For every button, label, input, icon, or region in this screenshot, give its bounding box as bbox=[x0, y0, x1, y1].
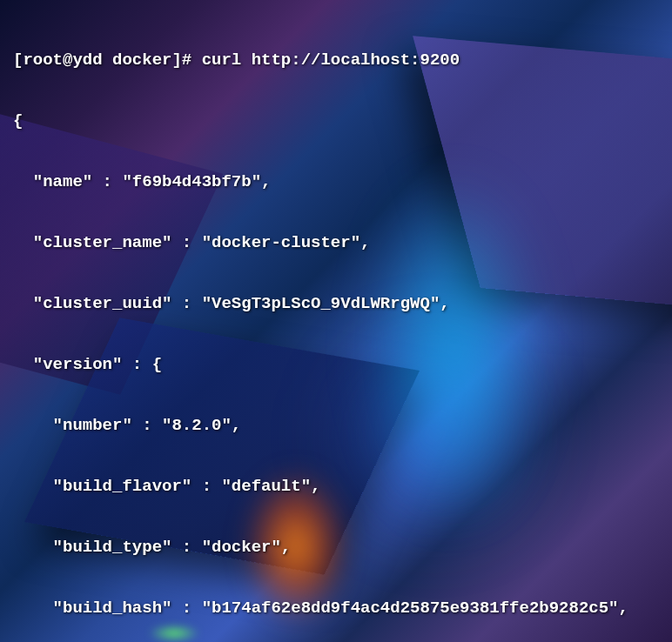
json-number: "number" : "8.2.0", bbox=[13, 409, 659, 444]
shell-prompt: [root@ydd docker]# bbox=[13, 50, 202, 70]
terminal-output: [root@ydd docker]# curl http://localhost… bbox=[0, 0, 672, 642]
shell-command: curl http://localhost:9200 bbox=[202, 50, 460, 70]
json-cluster-name: "cluster_name" : "docker-cluster", bbox=[13, 226, 659, 261]
json-build-hash: "build_hash" : "b174af62e8dd9f4ac4d25875… bbox=[13, 592, 659, 626]
json-build-type: "build_type" : "docker", bbox=[13, 531, 659, 565]
json-version-open: "version" : { bbox=[13, 348, 659, 383]
json-open-brace: { bbox=[13, 104, 659, 139]
json-cluster-uuid: "cluster_uuid" : "VeSgT3pLScO_9VdLWRrgWQ… bbox=[13, 287, 659, 322]
json-name: "name" : "f69b4d43bf7b", bbox=[13, 165, 659, 200]
json-build-flavor: "build_flavor" : "default", bbox=[13, 470, 659, 505]
